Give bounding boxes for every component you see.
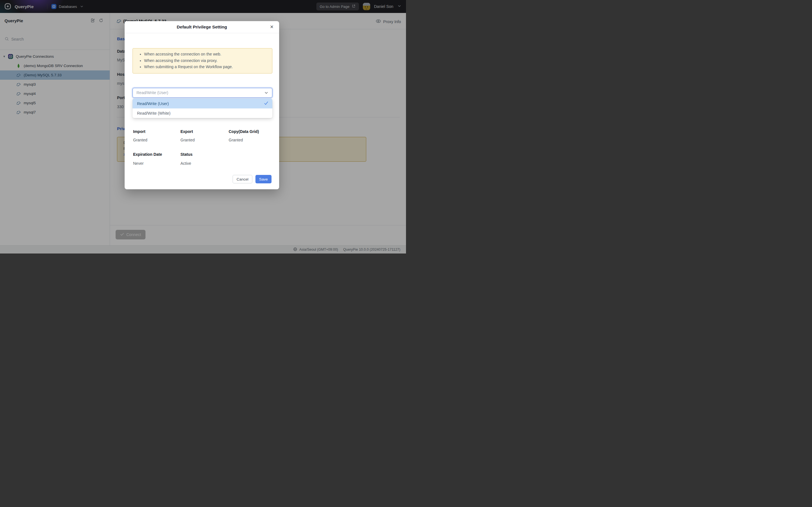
dropdown-option-read-write-user[interactable]: Read/Write (User) bbox=[133, 99, 272, 108]
close-icon[interactable]: ✕ bbox=[268, 24, 275, 31]
notice-bullet: When accessing the connection via proxy. bbox=[144, 57, 267, 64]
notice-bullet: When accessing the connection on the web… bbox=[144, 51, 267, 57]
copy-data-grid-label: Copy(Data Grid) bbox=[229, 129, 259, 134]
cancel-button[interactable]: Cancel bbox=[233, 175, 252, 183]
import-label: Import bbox=[133, 129, 146, 134]
export-value: Granted bbox=[181, 138, 195, 142]
privilege-dropdown: Read/Write (User) Read/Write (White) bbox=[133, 99, 272, 118]
export-label: Export bbox=[181, 129, 193, 134]
copy-data-grid-value: Granted bbox=[229, 138, 243, 142]
status-value: Active bbox=[181, 161, 191, 166]
modal-title: Default Privilege Setting bbox=[124, 21, 279, 33]
expiration-date-label: Expiration Date bbox=[133, 152, 162, 157]
option-label: Read/Write (User) bbox=[137, 101, 169, 106]
privilege-select[interactable]: Read/Write (User) bbox=[133, 88, 272, 98]
default-privilege-setting-modal: Default Privilege Setting ✕ Default Priv… bbox=[124, 21, 279, 189]
expiration-date-value: Never bbox=[133, 161, 144, 166]
privilege-select-value: Read/Write (User) bbox=[137, 91, 168, 95]
save-button[interactable]: Save bbox=[255, 175, 271, 183]
option-label: Read/Write (White) bbox=[137, 111, 170, 115]
status-label: Status bbox=[181, 152, 193, 157]
import-value: Granted bbox=[133, 138, 147, 142]
chevron-down-icon bbox=[264, 91, 268, 96]
modal-header-divider bbox=[124, 33, 279, 33]
dropdown-option-read-write-white[interactable]: Read/Write (White) bbox=[133, 108, 272, 118]
notice-box: When accessing the connection on the web… bbox=[133, 48, 272, 73]
app-window: QueryPie Databases Go to Admin Page Dani… bbox=[0, 0, 406, 253]
notice-bullet: When submitting a Request on the Workflo… bbox=[144, 64, 267, 70]
checkmark-icon bbox=[264, 101, 268, 106]
